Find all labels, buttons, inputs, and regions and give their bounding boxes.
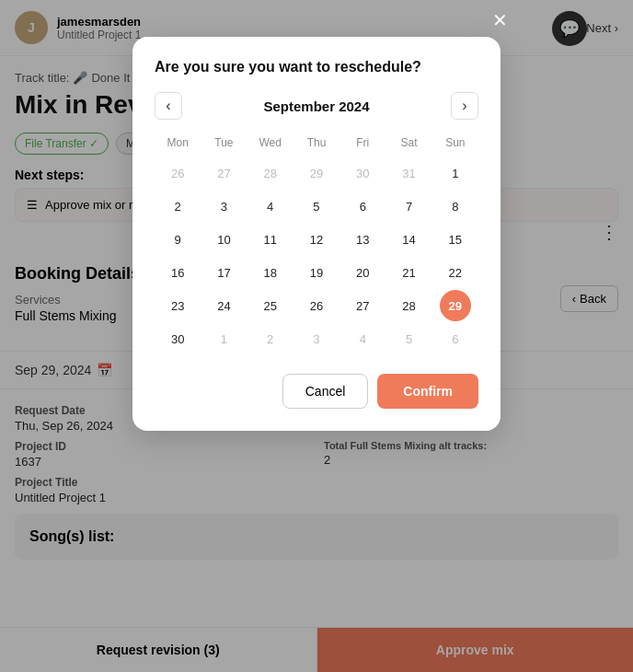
cal-cell[interactable]: 24 xyxy=(208,290,239,321)
cal-header-wed: Wed xyxy=(247,133,293,156)
cal-cell[interactable]: 28 xyxy=(394,290,425,321)
modal-question: Are you sure you want to reschedule? xyxy=(155,59,478,75)
modal-overlay: ✕ Are you sure you want to reschedule? ‹… xyxy=(0,0,633,672)
cal-header-thu: Thu xyxy=(293,133,340,156)
calendar-header: ‹ September 2024 › xyxy=(155,92,478,120)
cal-cell-selected[interactable]: 29 xyxy=(440,290,471,321)
cal-cell[interactable]: 20 xyxy=(347,257,378,288)
cal-cell[interactable]: 25 xyxy=(255,290,286,321)
cal-cell[interactable]: 14 xyxy=(394,224,425,255)
cal-cell[interactable]: 13 xyxy=(347,224,378,255)
cal-cell[interactable]: 2 xyxy=(162,191,193,222)
cal-header-sun: Sun xyxy=(432,133,478,156)
cal-cell[interactable]: 19 xyxy=(301,257,332,288)
cal-cell[interactable]: 4 xyxy=(255,191,286,222)
cal-cell[interactable]: 11 xyxy=(255,224,286,255)
cal-cell[interactable]: 1 xyxy=(440,157,471,189)
cal-cell[interactable]: 2 xyxy=(255,323,286,354)
cal-cell[interactable]: 31 xyxy=(394,157,425,189)
cal-cell[interactable]: 8 xyxy=(440,191,471,222)
cal-cell[interactable]: 18 xyxy=(255,257,286,288)
calendar-grid: Mon Tue Wed Thu Fri Sat Sun 26 27 28 29 … xyxy=(155,133,478,355)
cal-header-tue: Tue xyxy=(201,133,247,156)
cal-cell[interactable]: 6 xyxy=(440,323,471,354)
modal-close-button[interactable]: ✕ xyxy=(492,9,508,31)
cal-cell[interactable]: 29 xyxy=(301,157,332,189)
cal-cell[interactable]: 7 xyxy=(394,191,425,222)
calendar-month: September 2024 xyxy=(263,98,369,114)
cal-cell[interactable]: 5 xyxy=(394,323,425,354)
cal-cell[interactable]: 30 xyxy=(347,157,378,189)
cal-cell[interactable]: 10 xyxy=(208,224,239,255)
cancel-button[interactable]: Cancel xyxy=(282,374,369,409)
cal-cell[interactable]: 23 xyxy=(162,290,193,321)
cal-cell[interactable]: 26 xyxy=(301,290,332,321)
cal-cell[interactable]: 27 xyxy=(208,157,239,189)
cal-cell[interactable]: 17 xyxy=(208,257,239,288)
cal-header-fri: Fri xyxy=(340,133,386,156)
reschedule-modal: ✕ Are you sure you want to reschedule? ‹… xyxy=(132,37,501,431)
cal-cell[interactable]: 9 xyxy=(162,224,193,255)
cal-cell[interactable]: 26 xyxy=(162,157,193,189)
cal-cell[interactable]: 5 xyxy=(301,191,332,222)
cal-header-mon: Mon xyxy=(155,133,201,156)
cal-cell[interactable]: 22 xyxy=(440,257,471,288)
cal-cell[interactable]: 30 xyxy=(162,323,193,354)
cal-cell[interactable]: 21 xyxy=(394,257,425,288)
cal-header-sat: Sat xyxy=(386,133,432,156)
confirm-button[interactable]: Confirm xyxy=(377,374,478,409)
modal-actions: Cancel Confirm xyxy=(155,374,478,409)
calendar-prev-button[interactable]: ‹ xyxy=(155,92,182,120)
cal-cell[interactable]: 3 xyxy=(208,191,239,222)
cal-cell[interactable]: 15 xyxy=(440,224,471,255)
cal-cell[interactable]: 1 xyxy=(208,323,239,354)
cal-cell[interactable]: 12 xyxy=(301,224,332,255)
calendar-next-button[interactable]: › xyxy=(451,92,478,120)
cal-cell[interactable]: 4 xyxy=(347,323,378,354)
cal-cell[interactable]: 27 xyxy=(347,290,378,321)
cal-cell[interactable]: 6 xyxy=(347,191,378,222)
cal-cell[interactable]: 3 xyxy=(301,323,332,354)
cal-cell[interactable]: 16 xyxy=(162,257,193,288)
cal-cell[interactable]: 28 xyxy=(255,157,286,189)
